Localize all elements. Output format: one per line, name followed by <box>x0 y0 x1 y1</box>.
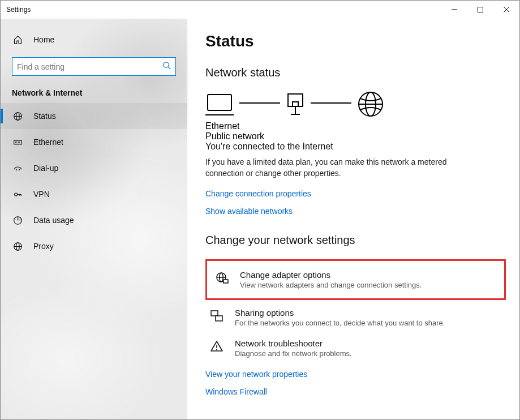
search-input[interactable] <box>17 62 162 71</box>
ethernet-icon <box>12 138 23 147</box>
link-change-connection-properties[interactable]: Change connection properties <box>205 189 311 198</box>
dialup-icon <box>12 164 23 173</box>
sharing-icon <box>209 308 225 327</box>
sidebar-home-label: Home <box>33 35 54 44</box>
link-show-available-networks[interactable]: Show available networks <box>205 207 293 216</box>
maximize-button[interactable] <box>467 1 493 19</box>
search-box[interactable] <box>12 57 176 76</box>
globe-large-icon <box>357 91 384 118</box>
link-view-network-properties[interactable]: View your network properties <box>205 370 307 379</box>
sidebar-item-label: Status <box>33 112 56 121</box>
diagram-caption-bottom: Public network <box>205 131 506 142</box>
setting-item-desc: For the networks you connect to, decide … <box>235 319 445 327</box>
svg-point-14 <box>15 169 16 170</box>
sidebar-item-label: Data usage <box>33 216 74 225</box>
connection-line <box>311 102 351 104</box>
svg-line-5 <box>168 67 170 69</box>
sidebar-item-label: VPN <box>33 190 50 199</box>
sidebar-item-label: Proxy <box>33 242 54 251</box>
setting-sharing-options[interactable]: Sharing options For the networks you con… <box>205 302 506 333</box>
network-status-heading: Network status <box>205 66 506 79</box>
adapter-icon <box>214 270 230 289</box>
titlebar: Settings <box>1 1 519 19</box>
data-usage-icon <box>12 216 23 225</box>
diagram-caption: Ethernet Public network <box>205 121 506 142</box>
close-button[interactable] <box>493 1 519 19</box>
setting-item-desc: View network adapters and change connect… <box>240 281 422 289</box>
sidebar-home[interactable]: Home <box>1 27 187 53</box>
svg-rect-37 <box>224 280 228 283</box>
svg-point-16 <box>14 192 17 195</box>
connection-line <box>239 102 280 104</box>
setting-item-desc: Diagnose and fix network problems. <box>235 349 352 358</box>
setting-item-title: Sharing options <box>235 308 445 318</box>
svg-rect-38 <box>211 311 218 316</box>
sidebar-category: Network & Internet <box>1 76 187 103</box>
window-title: Settings <box>6 6 441 14</box>
setting-change-adapter-options[interactable]: Change adapter options View network adap… <box>210 264 501 295</box>
vpn-icon <box>12 190 23 199</box>
svg-point-15 <box>18 169 19 170</box>
connected-heading: You're connected to the Internet <box>205 142 506 152</box>
setting-item-title: Network troubleshooter <box>235 338 352 348</box>
sidebar-item-label: Dial-up <box>33 164 58 173</box>
sidebar-item-label: Ethernet <box>33 138 63 147</box>
proxy-icon <box>12 242 23 251</box>
link-windows-firewall[interactable]: Windows Firewall <box>205 387 267 396</box>
page-title: Status <box>205 32 506 50</box>
svg-rect-27 <box>288 94 303 106</box>
sidebar-item-vpn[interactable]: VPN <box>1 181 187 207</box>
svg-rect-28 <box>293 102 298 106</box>
diagram-caption-top: Ethernet <box>205 121 506 131</box>
change-settings-heading: Change your network settings <box>205 234 506 247</box>
sidebar-item-datausage[interactable]: Data usage <box>1 207 187 233</box>
router-icon <box>286 93 305 115</box>
minimize-button[interactable] <box>441 1 467 19</box>
computer-icon <box>205 91 234 117</box>
home-icon <box>12 35 23 45</box>
setting-item-title: Change adapter options <box>240 270 422 280</box>
sidebar-item-status[interactable]: Status <box>1 103 187 129</box>
svg-rect-1 <box>478 7 483 12</box>
setting-network-troubleshooter[interactable]: Network troubleshooter Diagnose and fix … <box>205 333 506 363</box>
svg-point-4 <box>164 62 169 67</box>
search-icon <box>162 61 171 72</box>
svg-rect-25 <box>208 95 231 110</box>
svg-point-41 <box>216 349 217 350</box>
sidebar-item-dialup[interactable]: Dial-up <box>1 155 187 181</box>
svg-rect-39 <box>216 316 222 321</box>
globe-icon <box>12 112 23 121</box>
svg-rect-9 <box>14 140 22 144</box>
sidebar: Home Network & Internet Status Ethernet <box>1 19 187 419</box>
network-diagram <box>205 91 506 118</box>
sidebar-item-ethernet[interactable]: Ethernet <box>1 129 187 155</box>
troubleshooter-icon <box>209 338 225 358</box>
sidebar-item-proxy[interactable]: Proxy <box>1 233 187 259</box>
highlight-box: Change adapter options View network adap… <box>205 259 506 300</box>
main-content: Status Network status Ethernet Public ne… <box>187 19 519 419</box>
connected-description: If you have a limited data plan, you can… <box>205 156 449 179</box>
